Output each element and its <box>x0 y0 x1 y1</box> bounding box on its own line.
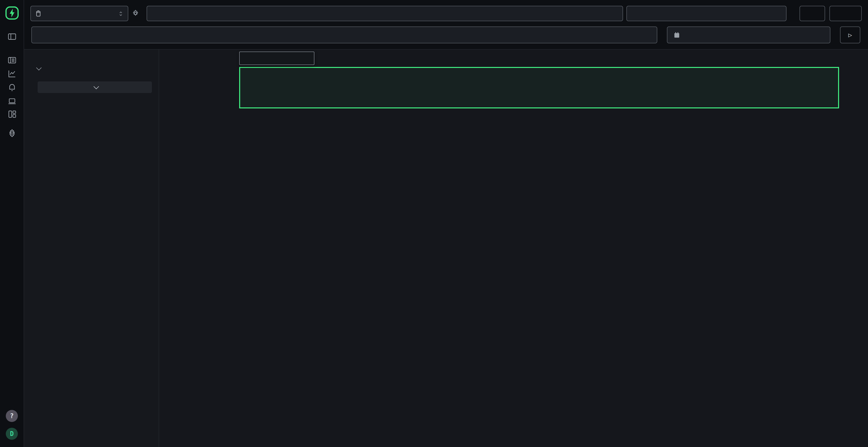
help-button[interactable]: ? <box>6 410 18 422</box>
icon-rail: ? D <box>0 0 24 447</box>
chevron-down-icon <box>93 84 99 89</box>
heatmap-selection-rect[interactable] <box>239 67 839 108</box>
select-chevrons-icon <box>118 10 124 16</box>
search-box <box>31 27 657 43</box>
date-range-picker[interactable] <box>667 27 830 43</box>
sql-select-input[interactable] <box>147 6 623 21</box>
more-filters-button[interactable] <box>38 81 152 93</box>
show-more-toggle[interactable] <box>38 64 152 73</box>
alerts-button[interactable] <box>830 6 862 21</box>
sidebar <box>24 49 159 447</box>
panel-left-icon[interactable] <box>7 31 18 42</box>
app-root: ? D ▷ <box>0 0 868 447</box>
hyperdx-logo-icon[interactable] <box>5 6 19 20</box>
source-settings-gear-icon[interactable] <box>131 9 140 18</box>
dashboards-icon[interactable] <box>7 109 18 119</box>
search-results-icon[interactable] <box>7 55 18 66</box>
save-button[interactable] <box>800 6 825 21</box>
user-avatar[interactable]: D <box>6 428 18 440</box>
search-input[interactable] <box>38 31 644 39</box>
filter-by-selection-button[interactable] <box>239 51 314 65</box>
top-bar: ▷ <box>24 0 868 49</box>
main-panel <box>159 49 868 447</box>
sessions-laptop-icon[interactable] <box>7 96 18 106</box>
sql-orderby-input[interactable] <box>626 6 786 21</box>
settings-gear-icon[interactable] <box>7 128 18 138</box>
database-icon <box>35 10 42 17</box>
source-select[interactable] <box>30 6 128 21</box>
calendar-icon <box>673 31 680 38</box>
chart-line-icon[interactable] <box>7 68 18 79</box>
alerts-bell-icon[interactable] <box>7 82 18 93</box>
chevron-down-icon <box>36 65 42 71</box>
run-query-button[interactable]: ▷ <box>840 27 860 43</box>
